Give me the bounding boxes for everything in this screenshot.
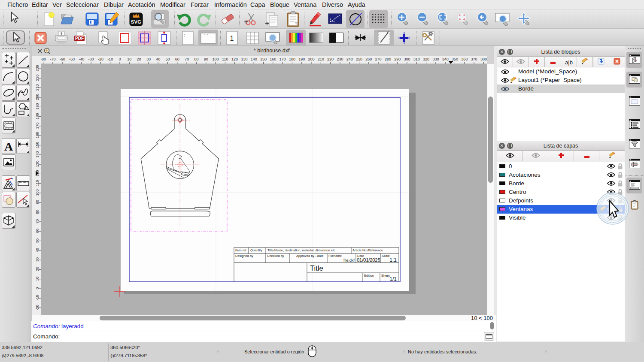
svg-text:1:1: 1:1 [389,257,397,263]
svg-text:SVG: SVG [131,19,141,24]
svg-text:Item ref: Item ref [235,248,246,252]
svg-text:Designed by: Designed by [235,254,253,258]
svg-text:Approved by - date: Approved by - date [296,254,323,258]
svg-text:A: A [4,140,13,153]
svg-text:Edition: Edition [364,274,374,278]
svg-text:1/1: 1/1 [389,276,397,282]
svg-text:Article No./Reference: Article No./Reference [352,248,383,252]
svg-text:file.dxf: file.dxf [343,258,355,262]
svg-text:Scale: Scale [382,254,390,258]
svg-text:PDF: PDF [75,36,84,41]
svg-text:Checked by: Checked by [267,254,284,258]
svg-text:Filename: Filename [328,254,342,258]
svg-text:Title: Title [310,264,323,272]
svg-text:Title/Name, destination, mater: Title/Name, destination, material, dimen… [267,248,335,252]
svg-text:Sheet: Sheet [381,274,390,278]
svg-text:1: 1 [230,35,234,42]
svg-text:01/01/2025: 01/01/2025 [357,257,380,262]
svg-text:Quantity: Quantity [250,248,262,252]
